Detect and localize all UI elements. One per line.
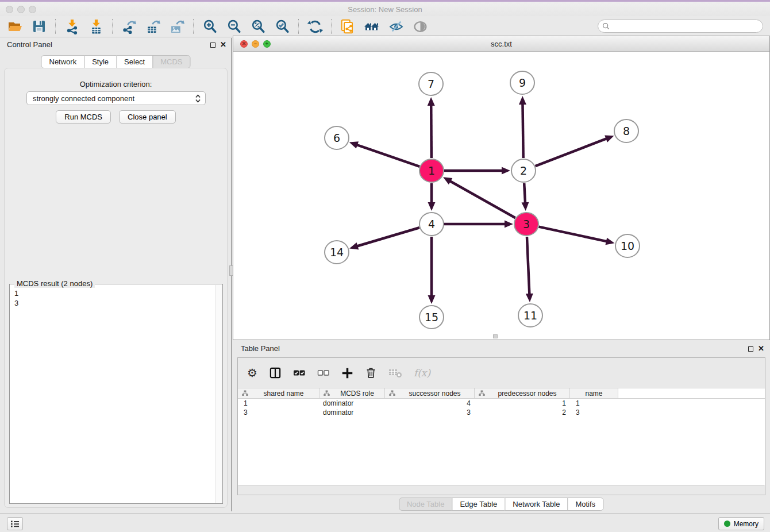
close-panel-button[interactable]: Close panel [119, 110, 176, 124]
float-panel-icon[interactable] [210, 43, 215, 48]
open-session-button[interactable] [5, 18, 25, 35]
table-tab-network-table[interactable]: Network Table [505, 498, 568, 511]
selected-criterion: strongly connected component [33, 94, 134, 103]
refresh-button[interactable] [305, 18, 325, 35]
refresh-icon [307, 19, 323, 34]
table-panel-title: Table Panel [241, 344, 280, 353]
export-table-button[interactable] [143, 18, 163, 35]
graph-edge-1-6[interactable] [356, 145, 419, 167]
search-input[interactable] [612, 21, 763, 32]
delete-row-button[interactable] [365, 367, 377, 379]
table-toolbar: ⚙ [238, 358, 765, 388]
cell-successor-nodes: 4 [385, 399, 475, 407]
graph-edge-1-7[interactable] [431, 105, 432, 158]
hide-selected-button[interactable] [386, 18, 406, 35]
table-row[interactable]: 1dominator411 [238, 399, 765, 408]
result-line: 3 [14, 298, 211, 308]
graph-node-14[interactable]: 14 [325, 241, 349, 264]
import-table-button[interactable] [86, 18, 106, 35]
delete-column-button[interactable] [388, 367, 402, 379]
tab-select[interactable]: Select [116, 55, 153, 68]
toolbar-separator [193, 19, 194, 34]
table-panel: Table Panel ✕ ⚙ [233, 342, 770, 511]
memory-button[interactable]: Memory [718, 517, 764, 530]
graph-edge-arrow [428, 202, 436, 211]
table-tab-motifs[interactable]: Motifs [567, 498, 603, 511]
zoom-out-button[interactable] [224, 18, 244, 35]
graph-node-label: 7 [428, 78, 434, 90]
graph-node-2[interactable]: 2 [511, 159, 536, 182]
network-canvas[interactable]: 7968124314101511 [233, 52, 769, 340]
deselect-all-button[interactable] [317, 368, 330, 378]
graph-node-6[interactable]: 6 [325, 126, 349, 149]
graph-edge-2-3[interactable] [524, 183, 525, 203]
tab-network[interactable]: Network [41, 55, 84, 68]
export-image-button[interactable] [167, 18, 187, 35]
graph-edge-3-10[interactable] [539, 227, 607, 242]
show-all-button[interactable] [410, 18, 430, 35]
run-mcds-button[interactable]: Run MCDS [56, 110, 111, 124]
graph-node-15[interactable]: 15 [419, 306, 444, 329]
network-graph: 7968124314101511 [233, 52, 769, 340]
zoom-fit-button[interactable] [248, 18, 268, 35]
column-header-name[interactable]: name [570, 388, 618, 398]
graph-edge-arrow [526, 294, 533, 302]
graph-node-3[interactable]: 3 [514, 213, 538, 236]
graph-node-9[interactable]: 9 [510, 71, 534, 94]
table-panel-header: Table Panel ✕ [241, 344, 764, 356]
column-header-label: MCDS role [330, 390, 384, 398]
column-header-mcds-role[interactable]: MCDS role [319, 388, 385, 398]
select-all-button[interactable] [293, 368, 306, 378]
zoom-selected-button[interactable] [272, 18, 292, 35]
add-row-button[interactable] [341, 367, 353, 379]
float-table-panel-icon[interactable] [748, 346, 753, 352]
column-header-shared-name[interactable]: shared name [238, 388, 319, 398]
gear-icon: ⚙ [247, 367, 257, 379]
graph-node-10[interactable]: 10 [615, 234, 640, 257]
table-header-row: shared nameMCDS rolesuccessor nodesprede… [238, 388, 765, 399]
column-header-predecessor-nodes[interactable]: predecessor nodes [475, 388, 570, 398]
mcds-result-list[interactable]: 13 [11, 286, 215, 502]
graph-edge-2-8[interactable] [536, 138, 607, 166]
main-toolbar [0, 16, 770, 37]
table-scroll-strip[interactable] [238, 485, 764, 494]
select-all-icon [293, 368, 306, 378]
export-network-button[interactable] [118, 18, 139, 35]
save-session-button[interactable] [29, 18, 49, 35]
graph-node-label: 8 [623, 125, 630, 137]
graph-node-4[interactable]: 4 [419, 213, 444, 236]
graph-node-8[interactable]: 8 [614, 119, 638, 142]
graph-node-7[interactable]: 7 [419, 72, 443, 95]
node-table: shared nameMCDS rolesuccessor nodesprede… [238, 388, 765, 485]
result-scrollbar[interactable] [215, 285, 222, 503]
import-network-button[interactable] [61, 18, 82, 35]
graph-edge-2-9[interactable] [522, 103, 523, 158]
tab-style[interactable]: Style [84, 55, 117, 68]
first-neighbors-button[interactable] [361, 18, 382, 35]
graph-node-11[interactable]: 11 [518, 304, 542, 327]
close-table-panel-icon[interactable]: ✕ [758, 345, 764, 352]
canvas-resize-handle[interactable] [493, 334, 498, 338]
table-settings-button[interactable]: ⚙ [247, 367, 257, 379]
table-tab-node-table[interactable]: Node Table [399, 498, 453, 511]
close-panel-icon[interactable]: ✕ [220, 41, 226, 48]
panel-splitter[interactable] [231, 38, 232, 511]
open-folder-icon [7, 19, 23, 34]
graph-edge-3-1[interactable] [449, 181, 515, 218]
network-from-selection-button[interactable] [337, 18, 358, 35]
cell-mcds-role: dominator [319, 399, 385, 407]
task-history-button[interactable] [7, 517, 23, 530]
zoom-in-button[interactable] [199, 18, 220, 35]
graph-edge-3-11[interactable] [527, 237, 529, 295]
table-tab-edge-table[interactable]: Edge Table [452, 498, 505, 511]
graph-node-1[interactable]: 1 [419, 159, 444, 182]
tab-mcds[interactable]: MCDS [152, 55, 190, 68]
toolbar-separator [112, 19, 113, 34]
optimization-criterion-select[interactable]: strongly connected component [26, 91, 206, 105]
column-header-successor-nodes[interactable]: successor nodes [385, 388, 475, 398]
show-column-button[interactable] [269, 367, 282, 379]
graph-edge-4-14[interactable] [357, 228, 419, 246]
table-row[interactable]: 3dominator323 [238, 408, 765, 417]
search-box[interactable] [598, 20, 763, 33]
apply-function-button[interactable]: f(x) [414, 367, 430, 379]
